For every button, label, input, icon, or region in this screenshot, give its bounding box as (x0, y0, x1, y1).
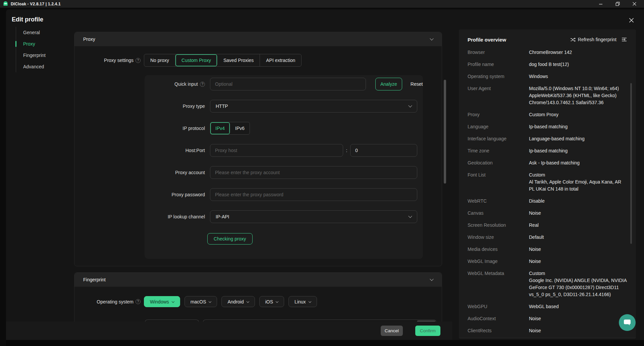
overview-row-label: WebGPU (468, 303, 529, 310)
app-title: DICloak - V2.8.17 | 1.2.4.1 (11, 2, 61, 6)
sidebar-item[interactable]: Proxy (16, 38, 66, 50)
ip-protocol-toggle: IPv4 IPv6 (210, 122, 250, 135)
proxy-password-row: Proxy password (145, 188, 423, 201)
checking-proxy-button[interactable]: Checking proxy (207, 233, 253, 245)
chevron-down-icon (408, 214, 412, 218)
ip-protocol-option[interactable]: IPv4 (210, 122, 230, 134)
titlebar: DICloak - V2.8.17 | 1.2.4.1 (0, 0, 644, 8)
proxy-settings-row: Proxy settings ? No proxy Custom Proxy S… (74, 54, 442, 67)
proxy-type-select[interactable]: HTTP (210, 100, 417, 113)
proxy-section-header[interactable]: Proxy (74, 32, 442, 46)
restore-icon[interactable] (615, 2, 620, 6)
proxy-account-label: Proxy account (145, 170, 205, 175)
overview-row-label: Interface language (468, 135, 529, 142)
overview-row-value: Noise (529, 315, 627, 322)
overview-row-label: Screen Resolution (468, 222, 529, 229)
os-option-button[interactable]: Linux (288, 296, 317, 307)
main-scrollbar[interactable] (444, 80, 446, 184)
proxy-settings-label: Proxy settings ? (74, 58, 141, 63)
overview-row-value: Mozilla/5.0 (Windows NT 10.0; Win64; x64… (529, 85, 627, 106)
overview-row-value: Noise (529, 210, 627, 217)
profile-overview-panel: Profile overview Refresh fingerprint (459, 29, 636, 338)
chevron-down-icon (276, 300, 278, 302)
overview-row: Geolocation Ask - Ip-based matching (468, 159, 627, 166)
bottom-strip (6, 340, 644, 346)
proxy-type-label: Proxy type (145, 103, 205, 109)
overview-row: WebGPU WebGL based (468, 303, 627, 310)
overview-row-label: Window size (468, 234, 529, 241)
overview-scrollbar[interactable] (630, 83, 632, 244)
sidebar-item[interactable]: General (16, 27, 66, 38)
overview-row: Canvas Noise (468, 210, 627, 217)
sidebar-item[interactable]: Fingerprint (16, 50, 66, 61)
overview-row-value: Noise (529, 258, 627, 265)
operating-system-row: Operating system ? Windows macOS (74, 296, 442, 307)
ip-protocol-option[interactable]: IPv6 (230, 122, 250, 134)
help-icon[interactable]: ? (200, 82, 205, 87)
proxy-mode-tab[interactable]: Custom Proxy (175, 54, 217, 66)
overview-row: Screen Resolution Real (468, 222, 627, 229)
overview-row-label: Media devices (468, 246, 529, 253)
ip-lookup-select[interactable]: IP-API (210, 210, 417, 223)
collapse-panel-icon[interactable] (621, 37, 627, 42)
overview-row-value: Noise (529, 246, 627, 253)
overview-row-value: Ip-based matching (529, 123, 627, 130)
app-logo-icon (3, 1, 8, 7)
operating-system-label: Operating system ? (74, 299, 141, 304)
overview-row: WebRTC Disable (468, 198, 627, 205)
minimize-icon[interactable] (598, 2, 603, 6)
overview-row-value: Default (529, 234, 627, 241)
overview-row-value: Language-based matching (529, 135, 627, 142)
overview-row: WebGL Metadata Custom Google Inc. (NVIDI… (468, 270, 627, 298)
os-option-button[interactable]: Windows (144, 296, 180, 307)
overview-row-label: AudioContext (468, 315, 529, 322)
close-window-icon[interactable] (632, 2, 637, 6)
quick-input-field[interactable] (210, 78, 366, 90)
dialog-close-icon[interactable] (628, 17, 635, 23)
os-option-button[interactable]: Android (221, 296, 255, 307)
os-option-button[interactable]: iOS (259, 296, 284, 307)
fingerprint-section-header[interactable]: Fingerprint (74, 273, 442, 287)
overview-row-label: Operating system (468, 73, 529, 80)
proxy-mode-tab[interactable]: API extraction (260, 54, 301, 66)
ip-lookup-row: IP lookup channel IP-API (145, 210, 423, 223)
host-port-separator: : (343, 148, 350, 153)
help-icon[interactable]: ? (136, 58, 141, 63)
proxy-password-input[interactable] (210, 188, 417, 201)
app-window: DICloak - V2.8.17 | 1.2.4.1 Edit profile (0, 0, 644, 346)
ip-lookup-value: IP-API (216, 214, 229, 219)
ip-protocol-row: IP protocol IPv4 IPv6 (145, 122, 423, 135)
proxy-account-input[interactable] (210, 166, 417, 179)
proxy-account-row: Proxy account (145, 166, 423, 179)
refresh-fingerprint-button[interactable]: Refresh fingerprint (570, 37, 616, 42)
overview-row-label: Font List (468, 171, 529, 193)
proxy-port-input[interactable] (350, 144, 417, 157)
overview-row-label: User Agent (468, 85, 529, 106)
dialog-title: Edit profile (12, 16, 43, 23)
proxy-host-input[interactable] (210, 144, 343, 157)
proxy-section-title: Proxy (83, 37, 95, 42)
edit-profile-dialog: Edit profile General Proxy Fingerprint A… (6, 9, 644, 346)
overview-row-value: Ask - Ip-based matching (529, 159, 627, 166)
cancel-button[interactable]: Cancel (381, 326, 403, 336)
shuffle-icon (570, 38, 576, 42)
help-icon[interactable]: ? (136, 299, 141, 304)
overview-row-value: Noise (529, 327, 627, 334)
overview-header: Profile overview Refresh fingerprint (468, 35, 627, 44)
overview-row: ClientRects Noise (468, 327, 627, 334)
sidebar-item[interactable]: Advanced (16, 61, 66, 72)
proxy-mode-tab[interactable]: No proxy (144, 54, 175, 66)
overview-row: Profile name dog food B test(12) (468, 61, 627, 68)
reset-button[interactable]: Reset (411, 81, 423, 87)
os-option-button[interactable]: macOS (184, 296, 217, 307)
dialog-main: Proxy Proxy settings ? No proxy Custom P… (74, 32, 442, 346)
host-port-row: Host:Port : (145, 144, 423, 157)
overview-row: Browser ChromeBrowser 142 (468, 49, 627, 56)
overview-row-value: Custom Proxy (529, 111, 627, 118)
overview-row-value: Windows (529, 73, 627, 80)
overview-row-label: Browser (468, 49, 529, 56)
proxy-mode-tab[interactable]: Saved Proxies (217, 54, 260, 66)
analyze-button[interactable]: Analyze (375, 78, 402, 90)
confirm-button[interactable]: Confirm (415, 326, 440, 336)
chat-bubble-button[interactable] (619, 314, 636, 331)
